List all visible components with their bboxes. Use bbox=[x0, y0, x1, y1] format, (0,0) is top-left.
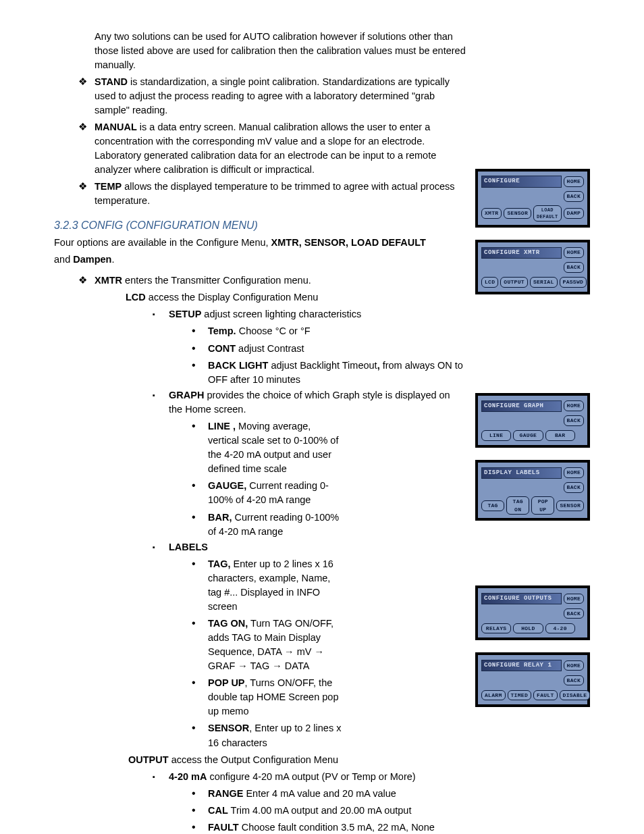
tagon-button[interactable]: TAG ON bbox=[506, 496, 529, 515]
cal-item: CAL Trim 4.00 mA output and 20.00 mA out… bbox=[208, 802, 466, 818]
disable-button[interactable]: DISABLE bbox=[560, 690, 591, 701]
fault-button[interactable]: FAULT bbox=[533, 690, 558, 701]
sensor-item: SENSOR, Enter up to 2 lines x 16 charact… bbox=[208, 720, 344, 750]
labels-item: LABELS TAG, Enter up to 2 lines x 16 cha… bbox=[169, 540, 466, 750]
bar-item: BAR, Current reading 0-100% of 4-20 mA r… bbox=[208, 509, 344, 539]
4-20-button[interactable]: 4-20 bbox=[545, 623, 575, 634]
screen-title: CONFIGURE OUTPUTS bbox=[481, 593, 562, 604]
serial-button[interactable]: SERIAL bbox=[530, 277, 558, 288]
graph-sublist: LINE , Moving average, vertical scale se… bbox=[169, 418, 466, 539]
screens-column: CONFIGUREHOME BACK XMTR SENSOR LOAD DEFA… bbox=[475, 27, 590, 834]
timed-button[interactable]: TIMED bbox=[508, 690, 532, 701]
gauge-item: GAUGE, Current reading 0-100% of 4-20 mA… bbox=[208, 477, 344, 507]
fault-item: FAULT Choose fault condition 3.5 mA, 22 … bbox=[208, 819, 466, 834]
ft-sublist: RANGE Enter 4 mA value and 20 mA value C… bbox=[169, 785, 466, 834]
backlight-item: BACK LIGHT adjust Backlight Timeout, fro… bbox=[208, 357, 466, 387]
range-item: RANGE Enter 4 mA value and 20 mA value bbox=[208, 785, 466, 801]
sensor-button[interactable]: SENSOR bbox=[504, 208, 531, 219]
sensor-button[interactable]: SENSOR bbox=[556, 500, 584, 511]
output-sublist: 4-20 mA configure 4-20 mA output (PV or … bbox=[54, 770, 466, 834]
screen-configure-graph: CONFIGURE GRAPHHOME BACK LINE GAUGE BAR bbox=[475, 393, 590, 448]
lcd-button[interactable]: LCD bbox=[481, 277, 498, 288]
lcd-sublist: SETUP adjust screen lighting characteris… bbox=[54, 307, 466, 750]
temp-choose: Temp. Choose °C or °F bbox=[208, 323, 466, 338]
hold-button[interactable]: HOLD bbox=[513, 623, 543, 634]
load-default-button[interactable]: LOAD DEFAULT bbox=[533, 205, 562, 221]
home-button[interactable]: HOME bbox=[564, 176, 584, 187]
line-button[interactable]: LINE bbox=[481, 430, 511, 441]
config-intro-2: and Dampen. bbox=[54, 253, 466, 267]
setup-item: SETUP adjust screen lighting characteris… bbox=[169, 307, 466, 387]
screen-title: CONFIGURE bbox=[481, 176, 562, 187]
popup-button[interactable]: POP UP bbox=[531, 496, 554, 515]
manual-item: MANUAL is a data entry screen. Manual ca… bbox=[95, 120, 466, 177]
home-button[interactable]: HOME bbox=[564, 400, 584, 411]
home-button[interactable]: HOME bbox=[564, 247, 584, 258]
line-item: LINE , Moving average, vertical scale se… bbox=[208, 418, 344, 476]
home-button[interactable]: HOME bbox=[564, 660, 584, 671]
xmtr-button[interactable]: XMTR bbox=[481, 208, 502, 219]
lcd-line: LCD access the Display Configuration Men… bbox=[54, 290, 466, 305]
back-button[interactable]: BACK bbox=[564, 191, 584, 202]
labels-sublist: TAG, Enter up to 2 lines x 16 characters… bbox=[169, 556, 466, 750]
output-button[interactable]: OUTPUT bbox=[500, 277, 528, 288]
stand-item: STAND is standardization, a single point… bbox=[95, 75, 466, 118]
screen-title: CONFIGURE XMTR bbox=[481, 247, 562, 259]
tag-button[interactable]: TAG bbox=[481, 500, 504, 511]
damp-button[interactable]: DAMP bbox=[564, 208, 584, 219]
cont-item: CONT adjust Contrast bbox=[208, 340, 466, 356]
home-button[interactable]: HOME bbox=[564, 467, 584, 478]
passwd-button[interactable]: PASSWD bbox=[560, 277, 587, 288]
setup-sublist: Temp. Choose °C or °F CONT adjust Contra… bbox=[169, 323, 466, 387]
bar-button[interactable]: BAR bbox=[545, 430, 575, 441]
config-intro-1: Four options are available in the Config… bbox=[54, 236, 466, 250]
tag-item: TAG, Enter up to 2 lines x 16 characters… bbox=[208, 556, 344, 614]
ft-item: 4-20 mA configure 4-20 mA output (PV or … bbox=[169, 770, 466, 834]
back-button[interactable]: BACK bbox=[564, 415, 584, 426]
back-button[interactable]: BACK bbox=[564, 675, 584, 686]
graph-item: GRAPH provides the choice of which Graph… bbox=[169, 388, 466, 539]
main-column: Any two solutions can be used for AUTO c… bbox=[54, 27, 466, 834]
xmtr-list: XMTR enters the Transmitter Configuratio… bbox=[54, 273, 466, 288]
intro-paragraph: Any two solutions can be used for AUTO c… bbox=[54, 30, 466, 72]
home-button[interactable]: HOME bbox=[564, 594, 584, 604]
section-heading: 3.2.3 CONFIG (CONFIGURATION MENU) bbox=[54, 217, 466, 233]
relays-button[interactable]: RELAYS bbox=[481, 623, 511, 634]
tagon-item: TAG ON, Turn TAG ON/OFF, adds TAG to Mai… bbox=[208, 615, 344, 673]
back-button[interactable]: BACK bbox=[564, 608, 584, 619]
back-button[interactable]: BACK bbox=[564, 482, 584, 493]
screen-title: CONFIGURE RELAY 1 bbox=[481, 660, 562, 671]
screen-configure-relay: CONFIGURE RELAY 1HOME BACK ALARM TIMED F… bbox=[475, 652, 590, 707]
gauge-button[interactable]: GAUGE bbox=[513, 430, 543, 441]
output-line: OUTPUT access the Output Configuration M… bbox=[54, 753, 466, 767]
screen-configure-outputs: CONFIGURE OUTPUTSHOME BACK RELAYS HOLD 4… bbox=[475, 585, 590, 640]
screen-configure: CONFIGUREHOME BACK XMTR SENSOR LOAD DEFA… bbox=[475, 169, 590, 228]
temp-item: TEMP allows the displayed temperature to… bbox=[95, 180, 466, 208]
screen-display-labels: DISPLAY LABELSHOME BACK TAG TAG ON POP U… bbox=[475, 460, 590, 521]
screen-title: DISPLAY LABELS bbox=[481, 467, 562, 479]
xmtr-item: XMTR enters the Transmitter Configuratio… bbox=[95, 273, 466, 288]
popup-item: POP UP, Turns ON/OFF, the double tap HOM… bbox=[208, 675, 344, 719]
alarm-button[interactable]: ALARM bbox=[481, 690, 506, 701]
top-bullets: STAND is standardization, a single point… bbox=[54, 75, 466, 208]
back-button[interactable]: BACK bbox=[564, 262, 584, 273]
screen-title: CONFIGURE GRAPH bbox=[481, 400, 562, 412]
screen-configure-xmtr: CONFIGURE XMTRHOME BACK LCD OUTPUT SERIA… bbox=[475, 240, 590, 294]
